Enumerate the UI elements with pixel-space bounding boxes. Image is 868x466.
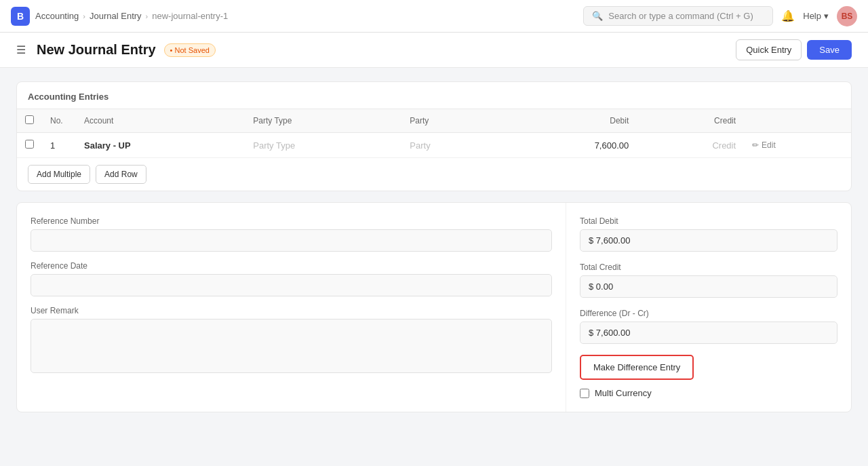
edit-label: Edit <box>762 140 776 150</box>
header-actions: Quick Entry Save <box>736 39 852 60</box>
difference-row: Difference (Dr - Cr) $ 7,600.00 <box>580 309 837 344</box>
search-placeholder: Search or type a command (Ctrl + G) <box>608 11 753 21</box>
reference-number-label: Reference Number <box>31 216 552 226</box>
breadcrumb-current: new-journal-entry-1 <box>152 11 228 21</box>
quick-entry-button[interactable]: Quick Entry <box>736 39 802 60</box>
row-no: 1 <box>42 133 76 158</box>
accounting-entries-table-wrap: No. Account Party Type Party Debit Credi… <box>17 109 851 158</box>
add-row-button[interactable]: Add Row <box>96 165 146 184</box>
select-all-checkbox[interactable] <box>25 115 34 124</box>
col-actions <box>744 109 851 133</box>
col-credit: Credit <box>637 109 744 133</box>
add-multiple-button[interactable]: Add Multiple <box>28 165 90 184</box>
lower-card-layout: Reference Number Reference Date User Rem… <box>17 203 851 412</box>
breadcrumb-sep-1: › <box>83 12 85 20</box>
edit-icon: ✏ <box>752 140 759 150</box>
row-party: Party <box>401 133 500 158</box>
top-nav: B Accounting › Journal Entry › new-journ… <box>0 0 868 33</box>
reference-number-input[interactable] <box>31 229 552 252</box>
hamburger-icon[interactable]: ☰ <box>16 43 26 56</box>
notification-bell-icon[interactable]: 🔔 <box>781 9 795 22</box>
edit-row-button[interactable]: ✏ Edit <box>752 140 843 150</box>
form-right-section: Total Debit $ 7,600.00 Total Credit $ 0.… <box>566 203 851 412</box>
total-credit-label: Total Credit <box>580 263 837 272</box>
multi-currency-row: Multi Currency <box>580 388 837 398</box>
chevron-down-icon: ▾ <box>824 11 829 21</box>
total-credit-row: Total Credit $ 0.00 <box>580 263 837 298</box>
main-content: Accounting Entries No. Account Party Typ… <box>0 68 868 466</box>
accounting-entries-title: Accounting Entries <box>17 82 851 109</box>
save-button[interactable]: Save <box>807 40 852 60</box>
search-icon: 🔍 <box>592 11 603 21</box>
col-no: No. <box>42 109 76 133</box>
user-remark-label: User Remark <box>31 306 552 315</box>
total-debit-label: Total Debit <box>580 216 837 226</box>
multi-currency-checkbox[interactable] <box>580 389 589 398</box>
col-debit: Debit <box>501 109 637 133</box>
breadcrumb-journal-entry[interactable]: Journal Entry <box>90 11 142 21</box>
col-party-type: Party Type <box>245 109 401 133</box>
row-checkbox-cell <box>17 133 42 158</box>
total-debit-row: Total Debit $ 7,600.00 <box>580 216 837 252</box>
total-credit-value: $ 0.00 <box>580 275 837 298</box>
reference-date-input[interactable] <box>31 274 552 296</box>
row-checkbox[interactable] <box>25 140 34 149</box>
col-account: Account <box>76 109 245 133</box>
total-debit-value: $ 7,600.00 <box>580 229 837 252</box>
make-difference-entry-button[interactable]: Make Difference Entry <box>580 355 694 380</box>
accounting-entries-card: Accounting Entries No. Account Party Typ… <box>16 81 852 191</box>
not-saved-badge: • Not Saved <box>164 43 216 57</box>
col-party: Party <box>401 109 500 133</box>
page-header: ☰ New Journal Entry • Not Saved Quick En… <box>0 33 868 68</box>
table-row: 1 Salary - UP Party Type Party 7,600.00 … <box>17 133 851 158</box>
multi-currency-label: Multi Currency <box>595 388 652 398</box>
breadcrumb: Accounting › Journal Entry › new-journal… <box>35 11 228 21</box>
row-edit-cell: ✏ Edit <box>744 133 851 158</box>
difference-value: $ 7,600.00 <box>580 322 837 344</box>
help-button[interactable]: Help ▾ <box>803 11 829 21</box>
row-account: Salary - UP <box>76 133 245 158</box>
page-title: New Journal Entry <box>37 42 156 58</box>
search-bar[interactable]: 🔍 Search or type a command (Ctrl + G) <box>583 6 773 26</box>
nav-right: 🔍 Search or type a command (Ctrl + G) 🔔 … <box>583 6 857 26</box>
user-remark-input[interactable] <box>31 319 552 373</box>
breadcrumb-sep-2: › <box>146 12 149 20</box>
row-party-type: Party Type <box>245 133 401 158</box>
reference-date-label: Reference Date <box>31 261 552 271</box>
avatar[interactable]: BS <box>837 6 857 26</box>
app-icon[interactable]: B <box>11 7 30 26</box>
col-checkbox <box>17 109 42 133</box>
difference-label: Difference (Dr - Cr) <box>580 309 837 318</box>
row-credit: Credit <box>637 133 744 158</box>
breadcrumb-accounting[interactable]: Accounting <box>35 11 79 21</box>
table-actions: Add Multiple Add Row <box>17 158 851 191</box>
row-debit: 7,600.00 <box>501 133 637 158</box>
form-left-section: Reference Number Reference Date User Rem… <box>17 203 566 412</box>
accounting-entries-table: No. Account Party Type Party Debit Credi… <box>17 109 851 158</box>
form-card: Reference Number Reference Date User Rem… <box>16 202 852 412</box>
